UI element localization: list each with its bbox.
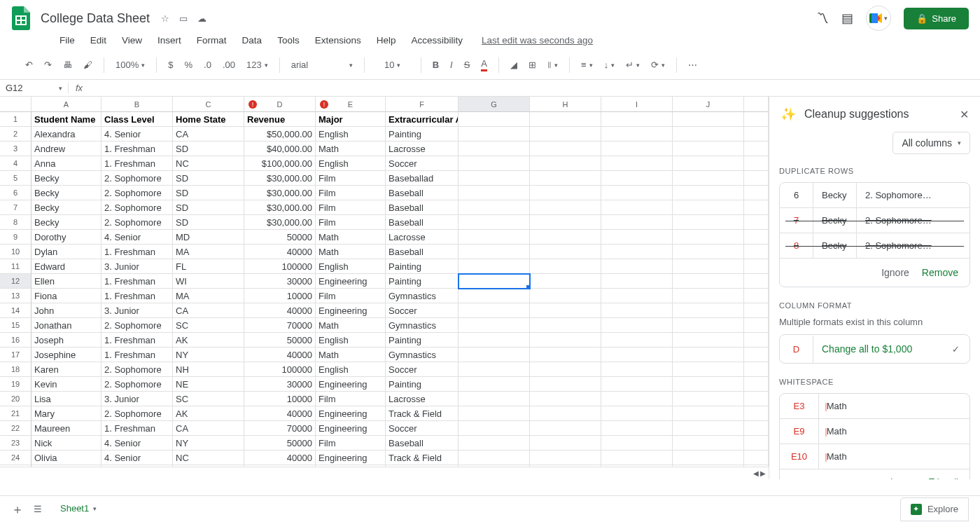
cell[interactable]: English [316, 127, 386, 142]
change-format-button[interactable]: Change all to $1,000 [813, 335, 941, 363]
strikethrough-icon[interactable]: S [464, 60, 470, 70]
row-header[interactable]: 4 [0, 156, 31, 171]
remove-duplicates-button[interactable]: Remove [922, 267, 958, 278]
cell[interactable] [673, 230, 744, 245]
column-header-B[interactable]: B [102, 97, 173, 112]
cell[interactable] [601, 333, 673, 348]
cell[interactable] [673, 127, 744, 142]
whitespace-row-item[interactable]: E10||Math [780, 444, 969, 469]
cell[interactable]: Dylan [31, 245, 102, 259]
cell[interactable] [530, 274, 601, 289]
row-header[interactable]: 3 [0, 142, 31, 156]
cell[interactable]: Dorothy [31, 230, 102, 245]
cell[interactable]: Anna [31, 156, 102, 171]
cell[interactable]: Edward [31, 259, 102, 274]
cell[interactable]: 2. Sophomore [102, 215, 173, 230]
cell[interactable] [530, 156, 601, 171]
cell[interactable]: SD [173, 171, 244, 186]
cell[interactable]: Soccer [386, 303, 458, 318]
cell[interactable]: 70000 [244, 318, 316, 333]
cell[interactable]: 30000 [244, 274, 316, 289]
cell[interactable]: Film [316, 200, 386, 215]
cell[interactable] [601, 274, 673, 289]
row-header[interactable]: 19 [0, 377, 31, 392]
cell[interactable]: Jonathan [31, 318, 102, 333]
cell[interactable] [601, 362, 673, 377]
row-header[interactable]: 1 [0, 112, 31, 127]
cell[interactable] [458, 348, 530, 362]
cell[interactable]: FL [173, 259, 244, 274]
currency-icon[interactable]: $ [168, 60, 173, 70]
cell[interactable]: WI [173, 274, 244, 289]
cell[interactable]: 50000 [244, 436, 316, 451]
fx-icon[interactable]: fx [69, 83, 90, 93]
cell[interactable]: Lacrosse [386, 392, 458, 406]
cell[interactable]: NH [173, 362, 244, 377]
cell[interactable]: 3. Junior [102, 259, 173, 274]
cell[interactable]: 2. Sophomore [102, 186, 173, 200]
cell[interactable]: John [31, 303, 102, 318]
cell[interactable] [458, 362, 530, 377]
cell[interactable]: SD [173, 186, 244, 200]
paint-format-icon[interactable]: 🖌 [83, 60, 92, 70]
duplicate-row-item[interactable]: 6Becky2. Sophomore… [780, 183, 969, 208]
cell[interactable]: SD [173, 142, 244, 156]
chevron-down-icon[interactable]: ⌄ [791, 476, 799, 479]
cell[interactable] [673, 406, 744, 421]
cell[interactable] [673, 421, 744, 436]
cell[interactable]: Baseball [386, 215, 458, 230]
cell[interactable]: Math [316, 348, 386, 362]
cell[interactable]: Engineering [316, 451, 386, 465]
cell[interactable]: $30,000.00 [244, 215, 316, 230]
merge-cells-icon[interactable]: ⫴▾ [547, 60, 558, 71]
cell[interactable]: AK [173, 333, 244, 348]
sheets-logo-icon[interactable] [11, 6, 31, 31]
cell[interactable]: Engineering [316, 274, 386, 289]
cell[interactable]: Becky [31, 215, 102, 230]
row-header[interactable]: 12 [0, 274, 31, 289]
cell[interactable] [601, 259, 673, 274]
text-rotation-icon[interactable]: ⟳▾ [651, 60, 665, 70]
column-header-H[interactable]: H [530, 97, 601, 112]
cell[interactable] [601, 303, 673, 318]
zoom-dropdown[interactable]: 100%▾ [115, 60, 145, 70]
cell[interactable]: 2. Sophomore [102, 377, 173, 392]
cell[interactable]: Karen [31, 362, 102, 377]
cell[interactable] [530, 127, 601, 142]
cell[interactable] [458, 377, 530, 392]
cell[interactable] [673, 156, 744, 171]
cell[interactable]: Engineering [316, 406, 386, 421]
cell[interactable]: $50,000.00 [244, 127, 316, 142]
cell[interactable]: Math [316, 245, 386, 259]
cell[interactable] [458, 112, 530, 127]
cell[interactable] [601, 215, 673, 230]
ignore-duplicates-button[interactable]: Ignore [881, 267, 909, 278]
cell[interactable]: English [316, 333, 386, 348]
cell[interactable] [530, 171, 601, 186]
cell[interactable]: NC [173, 451, 244, 465]
cell[interactable]: CA [173, 127, 244, 142]
cell[interactable] [530, 406, 601, 421]
row-header[interactable]: 11 [0, 259, 31, 274]
cell[interactable] [458, 392, 530, 406]
cell[interactable]: 100000 [244, 259, 316, 274]
cell[interactable] [601, 156, 673, 171]
horizontal-align-icon[interactable]: ≡▾ [581, 60, 593, 70]
cell[interactable] [530, 230, 601, 245]
cell[interactable]: 2. Sophomore [102, 318, 173, 333]
cell[interactable]: 4. Senior [102, 451, 173, 465]
menu-data[interactable]: Data [236, 32, 269, 48]
cell[interactable]: Class Level [102, 112, 173, 127]
star-icon[interactable]: ☆ [161, 13, 169, 24]
cell[interactable]: Film [316, 436, 386, 451]
row-header[interactable]: 5 [0, 171, 31, 186]
row-header[interactable]: 18 [0, 362, 31, 377]
cell[interactable]: Maureen [31, 421, 102, 436]
cell[interactable]: Painting [386, 127, 458, 142]
cell[interactable] [601, 245, 673, 259]
row-header[interactable]: 7 [0, 200, 31, 215]
more-formats-dropdown[interactable]: 123▾ [246, 60, 268, 70]
cell[interactable]: NE [173, 377, 244, 392]
cell[interactable]: SC [173, 392, 244, 406]
cell[interactable]: Painting [386, 274, 458, 289]
